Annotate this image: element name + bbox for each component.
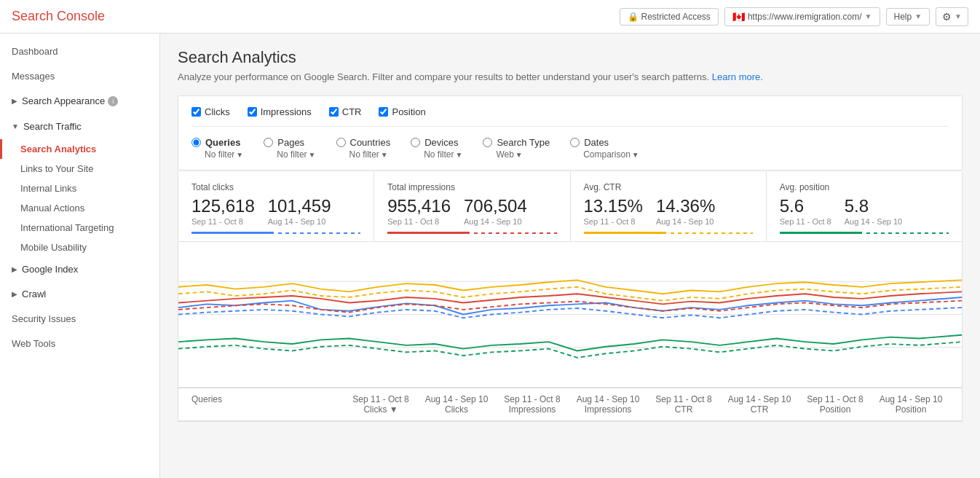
sidebar-child-manual-actions[interactable]: Manual Actions [0, 198, 159, 218]
devices-filter-sub[interactable]: No filter ▼ [424, 149, 462, 160]
table-col-clicks1[interactable]: Sep 11 - Oct 8Clicks ▼ [343, 394, 419, 415]
restricted-access-button[interactable]: 🔒 Restricted Access [620, 8, 719, 26]
filter-queries[interactable]: Queries No filter ▼ [191, 134, 264, 162]
chart-area [178, 242, 963, 388]
chevron-down-icon: ▼ [515, 151, 523, 159]
stat-line-solid-red [387, 232, 470, 234]
url-selector-button[interactable]: 🇨🇦 https://www.iremigration.com/ ▼ [724, 7, 880, 26]
chevron-down-icon: ▼ [955, 12, 962, 20]
queries-radio[interactable] [191, 138, 201, 147]
table-col-ctr1[interactable]: Sep 11 - Oct 8CTR [646, 394, 722, 415]
chevron-down-icon: ▼ [236, 151, 243, 159]
help-button[interactable]: Help ▼ [886, 8, 930, 26]
table-col-impressions1[interactable]: Sep 11 - Oct 8Impressions [494, 394, 570, 415]
sidebar-item-web-tools[interactable]: Web Tools [0, 332, 159, 356]
chevron-down-icon: ▼ [865, 12, 872, 20]
stat-value-clicks-1: 125,618 Sep 11 - Oct 8 [191, 197, 255, 226]
clicks-checkbox[interactable] [191, 107, 201, 117]
stat-label-clicks: Total clicks [191, 182, 360, 192]
sidebar-item-google-index[interactable]: ▶ Google Index [0, 257, 159, 282]
table-col-clicks2[interactable]: Aug 14 - Sep 10Clicks [419, 394, 494, 415]
queries-filter-sub[interactable]: No filter ▼ [205, 149, 243, 160]
stat-value-clicks-2: 101,459 Aug 14 - Sep 10 [268, 197, 331, 226]
stat-line-dashed-red [474, 232, 556, 234]
stat-values-position: 5.6 Sep 11 - Oct 8 5.8 Aug 14 - Sep 10 [780, 197, 949, 226]
sidebar-item-messages[interactable]: Messages [0, 64, 159, 89]
stat-value-position-2: 5.8 Aug 14 - Sep 10 [845, 197, 903, 226]
search-type-filter-sub[interactable]: Web ▼ [496, 149, 522, 160]
chart-svg [178, 249, 962, 380]
table-col-impressions2[interactable]: Aug 14 - Sep 10Impressions [570, 394, 646, 415]
layout: Dashboard Messages ▶ Search Appearance i… [0, 34, 980, 478]
app-title: Search Console [12, 9, 620, 24]
impressions-checkbox[interactable] [248, 107, 257, 117]
search-type-radio[interactable] [483, 138, 492, 147]
stat-lines-ctr [584, 232, 753, 234]
sidebar-child-links-to-your-site[interactable]: Links to Your Site [0, 159, 159, 179]
filter-pages[interactable]: Pages No filter ▼ [264, 134, 336, 162]
checkbox-clicks[interactable]: Clicks [191, 106, 230, 117]
checkbox-impressions[interactable]: Impressions [248, 106, 312, 117]
settings-button[interactable]: ⚙ ▼ [936, 7, 968, 26]
sidebar-child-international-targeting[interactable]: International Targeting [0, 218, 159, 238]
stat-number-ctr-2: 14.36% [656, 197, 715, 216]
chart-line-position-dashed [178, 342, 962, 358]
sidebar-child-mobile-usability[interactable]: Mobile Usability [0, 238, 159, 257]
stat-line-solid-blue [191, 232, 274, 234]
pages-radio[interactable] [264, 138, 273, 147]
stat-values-impressions: 955,416 Sep 11 - Oct 8 706,504 Aug 14 - … [387, 197, 556, 226]
sidebar-item-security-issues[interactable]: Security Issues [0, 307, 159, 332]
table-area: Queries Sep 11 - Oct 8Clicks ▼ Aug 14 - … [178, 388, 963, 422]
stat-number-impressions-1: 955,416 [387, 197, 451, 216]
position-checkbox[interactable] [379, 107, 388, 117]
stat-value-impressions-1: 955,416 Sep 11 - Oct 8 [387, 197, 451, 226]
table-header-row: Queries Sep 11 - Oct 8Clicks ▼ Aug 14 - … [178, 388, 962, 421]
stats-row: Total clicks 125,618 Sep 11 - Oct 8 101,… [178, 172, 963, 242]
page-title: Search Analytics [178, 48, 963, 67]
stat-card-clicks: Total clicks 125,618 Sep 11 - Oct 8 101,… [178, 172, 374, 241]
filter-devices[interactable]: Devices No filter ▼ [411, 134, 483, 162]
sidebar-children-search-traffic: Search Analytics Links to Your Site Inte… [0, 139, 159, 257]
table-col-ctr2[interactable]: Aug 14 - Sep 10CTR [722, 394, 797, 415]
stat-values-ctr: 13.15% Sep 11 - Oct 8 14.36% Aug 14 - Se… [584, 197, 753, 226]
sidebar-item-dashboard[interactable]: Dashboard [0, 39, 159, 64]
table-col-position2[interactable]: Aug 14 - Sep 10Position [873, 394, 949, 415]
stat-value-impressions-2: 706,504 Aug 14 - Sep 10 [464, 197, 527, 226]
stat-values-clicks: 125,618 Sep 11 - Oct 8 101,459 Aug 14 - … [191, 197, 360, 226]
checkbox-position[interactable]: Position [379, 106, 425, 117]
filter-search-type[interactable]: Search Type Web ▼ [483, 134, 570, 162]
arrow-down-icon: ▼ [12, 122, 19, 132]
pages-filter-sub[interactable]: No filter ▼ [277, 149, 315, 160]
stat-number-clicks-2: 101,459 [268, 197, 331, 216]
filter-panel: Clicks Impressions CTR Position Queries [178, 95, 963, 171]
sidebar-child-internal-links[interactable]: Internal Links [0, 179, 159, 198]
filter-dates[interactable]: Dates Comparison ▼ [570, 134, 660, 162]
stat-value-ctr-1: 13.15% Sep 11 - Oct 8 [584, 197, 643, 226]
stat-value-position-1: 5.6 Sep 11 - Oct 8 [780, 197, 831, 226]
sidebar-item-search-traffic[interactable]: ▼ Search Traffic [0, 114, 159, 139]
checkbox-ctr[interactable]: CTR [329, 106, 362, 117]
dates-radio[interactable] [570, 138, 580, 147]
sidebar-child-search-analytics[interactable]: Search Analytics [0, 139, 159, 159]
stat-label-position: Avg. position [780, 182, 949, 192]
filter-countries[interactable]: Countries No filter ▼ [336, 134, 411, 162]
sidebar-item-crawl[interactable]: ▶ Crawl [0, 282, 159, 307]
stat-label-impressions: Total impressions [387, 182, 556, 192]
table-col-position1[interactable]: Sep 11 - Oct 8Position [797, 394, 873, 415]
top-bar: Search Console 🔒 Restricted Access 🇨🇦 ht… [0, 0, 980, 34]
ctr-checkbox[interactable] [329, 107, 339, 117]
countries-filter-sub[interactable]: No filter ▼ [349, 149, 388, 160]
stat-number-ctr-1: 13.15% [584, 197, 643, 216]
stat-lines-position [780, 232, 949, 234]
stat-date-ctr-2: Aug 14 - Sep 10 [656, 217, 715, 226]
table-col-queries: Queries [191, 394, 343, 415]
countries-radio[interactable] [336, 138, 346, 147]
sidebar-item-search-appearance[interactable]: ▶ Search Appearance i [0, 89, 159, 114]
info-icon[interactable]: i [108, 96, 118, 106]
filter-checkboxes: Clicks Impressions CTR Position [191, 106, 949, 127]
top-bar-actions: 🔒 Restricted Access 🇨🇦 https://www.iremi… [620, 7, 969, 26]
dates-filter-sub[interactable]: Comparison ▼ [583, 149, 639, 160]
gear-icon: ⚙ [942, 11, 952, 23]
devices-radio[interactable] [411, 138, 420, 147]
learn-more-link[interactable]: Learn more. [712, 71, 763, 82]
